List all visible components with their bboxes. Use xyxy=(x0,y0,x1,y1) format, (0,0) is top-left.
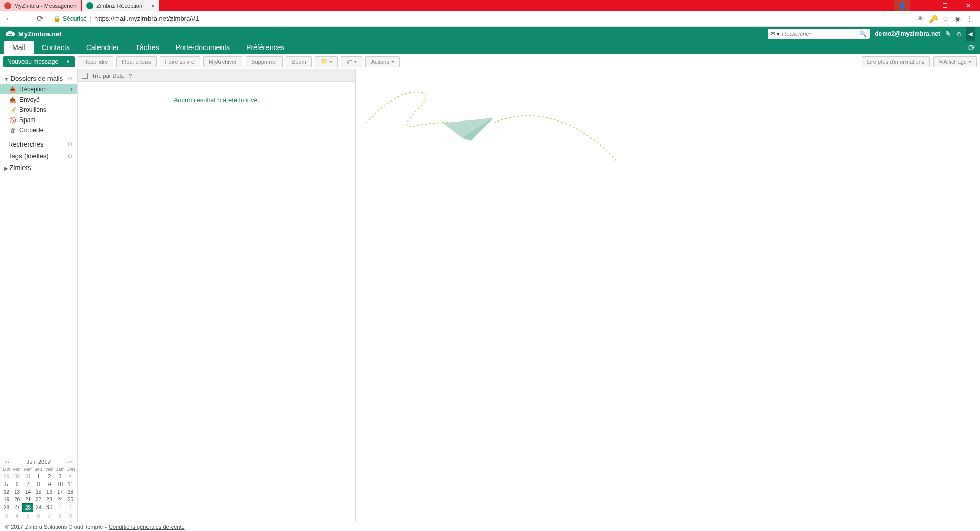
forward-button[interactable]: → xyxy=(18,13,31,25)
search-icon[interactable]: 🔍 xyxy=(859,30,867,37)
delete-button[interactable]: Supprimer xyxy=(246,56,283,67)
cal-day[interactable]: 6 xyxy=(33,512,44,520)
spam-button[interactable]: Spam xyxy=(286,56,312,67)
cal-day[interactable]: 9 xyxy=(65,512,76,520)
gear-icon[interactable]: ⚙ xyxy=(67,141,73,148)
cal-day[interactable]: 14 xyxy=(22,488,33,496)
browser-tab-inactive[interactable]: MyZimbra - Messagerie × xyxy=(0,0,81,11)
searches-section-header[interactable]: Recherches ⚙ xyxy=(0,138,77,150)
cal-day[interactable]: 7 xyxy=(22,480,33,488)
cal-day[interactable]: 12 xyxy=(1,488,12,496)
folder-inbox[interactable]: 📥 Réception ▾ xyxy=(0,84,77,94)
cal-day[interactable]: 30 xyxy=(44,503,55,512)
close-button[interactable]: ✕ xyxy=(957,0,980,11)
cal-prev-year-icon[interactable]: « xyxy=(4,459,7,465)
refresh-icon[interactable]: ⟳ xyxy=(968,43,975,53)
search-box[interactable]: ✉ ▾ 🔍 xyxy=(768,29,870,39)
cal-day[interactable]: 23 xyxy=(44,496,55,503)
cal-day[interactable]: 26 xyxy=(1,503,12,512)
cal-day[interactable]: 24 xyxy=(55,496,65,503)
cal-day[interactable]: 8 xyxy=(33,480,44,488)
address-bar[interactable]: 🔒 Sécurisé | https://mail.myzimbra.net/z… xyxy=(49,13,914,25)
folder-sent[interactable]: 📤 Envoyé xyxy=(0,94,77,105)
cal-day[interactable]: 8 xyxy=(55,512,65,520)
maximize-button[interactable]: ☐ xyxy=(933,0,957,11)
cal-day[interactable]: 6 xyxy=(12,480,22,488)
reply-button[interactable]: Répondre xyxy=(78,56,113,67)
zimlets-section-header[interactable]: ▶ Zimlets xyxy=(0,162,77,174)
cal-day[interactable]: 15 xyxy=(33,488,44,496)
select-all-checkbox[interactable] xyxy=(82,73,88,79)
chevron-down-icon[interactable]: ▾ xyxy=(70,87,73,92)
user-icon[interactable]: 👤 xyxy=(894,0,910,11)
cal-day[interactable]: 9 xyxy=(44,480,55,488)
cal-day[interactable]: 4 xyxy=(12,512,22,520)
cal-day[interactable]: 17 xyxy=(55,488,65,496)
cal-day[interactable]: 29 xyxy=(1,473,12,480)
cal-day[interactable]: 25 xyxy=(65,496,76,503)
star-icon[interactable]: ☆ xyxy=(943,15,949,23)
cal-day[interactable]: 10 xyxy=(55,480,65,488)
tab-contacts[interactable]: Contacts xyxy=(34,41,78,54)
cal-day[interactable]: 11 xyxy=(65,480,76,488)
browser-tab-active[interactable]: Zimbra: Réception × xyxy=(82,0,159,11)
minimize-button[interactable]: — xyxy=(910,0,933,11)
folder-drafts[interactable]: 📝 Brouillons xyxy=(0,105,77,115)
gear-icon[interactable]: ⚙ xyxy=(67,75,73,82)
close-icon[interactable]: × xyxy=(151,2,155,10)
cal-day[interactable]: 22 xyxy=(33,496,44,503)
tab-tasks[interactable]: Tâches xyxy=(128,41,167,54)
cal-day[interactable]: 5 xyxy=(22,512,33,520)
terms-link[interactable]: Conditions générales de vente xyxy=(109,524,185,530)
search-input[interactable] xyxy=(782,31,859,37)
sort-desc-icon[interactable]: ▽ xyxy=(129,73,132,78)
tab-calendar[interactable]: Calendrier xyxy=(78,41,128,54)
logout-icon[interactable]: ⎋ xyxy=(957,30,961,38)
move-button[interactable]: 📁▾ xyxy=(315,56,338,67)
extension-icon[interactable]: ◉ xyxy=(954,15,961,23)
cal-next-year-icon[interactable]: » xyxy=(70,459,73,465)
cal-day[interactable]: 18 xyxy=(65,488,76,496)
cal-next-month-icon[interactable]: › xyxy=(67,459,69,465)
cal-day[interactable]: 2 xyxy=(65,503,76,512)
archive-button[interactable]: MyArchiver xyxy=(203,56,242,67)
cal-day[interactable]: 3 xyxy=(1,512,12,520)
collapse-header-icon[interactable]: ◀ xyxy=(966,27,975,41)
sort-label[interactable]: Trié par Date xyxy=(92,73,125,79)
cal-day[interactable]: 20 xyxy=(12,496,22,503)
cal-day[interactable]: 4 xyxy=(65,473,76,480)
cal-day[interactable]: 7 xyxy=(44,512,55,520)
close-icon[interactable]: × xyxy=(74,2,78,10)
cal-day[interactable]: 19 xyxy=(1,496,12,503)
cal-day[interactable]: 13 xyxy=(12,488,22,496)
cal-day[interactable]: 1 xyxy=(33,473,44,480)
cal-day[interactable]: 28 xyxy=(22,503,33,512)
tag-button[interactable]: 🏷▾ xyxy=(341,56,362,67)
new-message-button[interactable]: Nouveau message ▼ xyxy=(3,56,75,67)
cal-prev-month-icon[interactable]: ‹ xyxy=(8,459,10,465)
cal-day[interactable]: 31 xyxy=(22,473,33,480)
tab-mail[interactable]: Mail xyxy=(4,41,34,54)
cal-day[interactable]: 1 xyxy=(55,503,65,512)
key-icon[interactable]: 🔑 xyxy=(929,15,938,23)
folder-trash[interactable]: 🗑 Corbeille xyxy=(0,125,77,135)
eye-icon[interactable]: 👁 xyxy=(917,15,924,23)
tags-section-header[interactable]: Tags (libellés) ⚙ xyxy=(0,150,77,162)
cal-day[interactable]: 2 xyxy=(44,473,55,480)
cal-day[interactable]: 27 xyxy=(12,503,22,512)
gear-icon[interactable]: ⚙ xyxy=(67,153,73,160)
tab-briefcase[interactable]: Porte-documents xyxy=(167,41,238,54)
cal-day[interactable]: 30 xyxy=(12,473,22,480)
cal-day[interactable]: 16 xyxy=(44,488,55,496)
read-more-button[interactable]: Lire plus d'informations xyxy=(862,56,930,67)
menu-icon[interactable]: ⋮ xyxy=(966,15,973,23)
folders-section-header[interactable]: ▼ Dossiers de mails ⚙ xyxy=(0,73,77,84)
back-button[interactable]: ← xyxy=(3,13,15,25)
actions-button[interactable]: Actions▾ xyxy=(365,56,400,67)
display-button[interactable]: ✉ Affichage▾ xyxy=(933,56,977,67)
cal-day[interactable]: 21 xyxy=(22,496,33,503)
cal-day[interactable]: 5 xyxy=(1,480,12,488)
tab-preferences[interactable]: Préférences xyxy=(238,41,292,54)
reload-button[interactable]: ⟳ xyxy=(34,13,46,25)
compose-icon[interactable]: ✎ xyxy=(945,30,951,38)
